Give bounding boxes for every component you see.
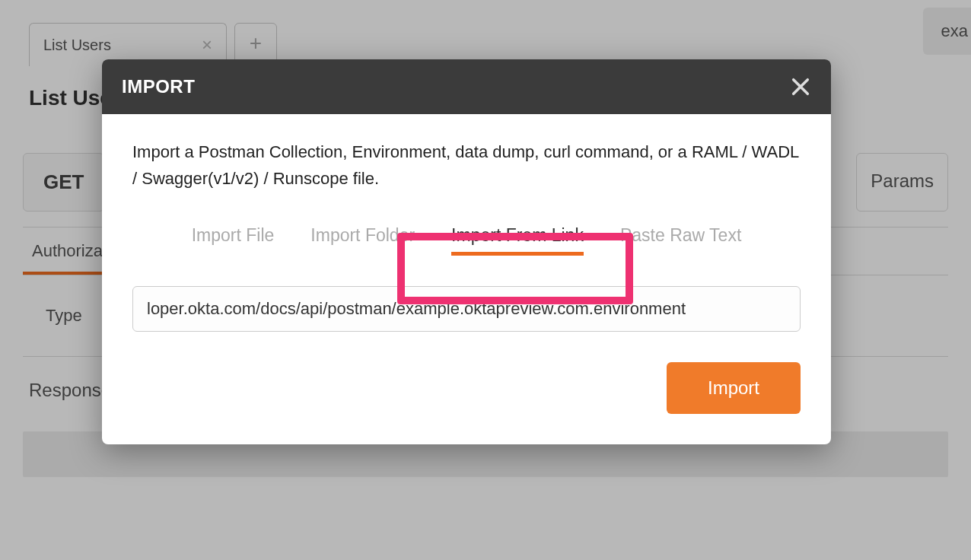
tab-import-file[interactable]: Import File [192,216,275,253]
import-button-row: Import [132,362,801,414]
tab-paste-raw-text[interactable]: Paste Raw Text [620,216,741,253]
import-button[interactable]: Import [667,362,801,414]
tab-import-folder[interactable]: Import Folder [310,216,415,253]
tab-import-from-link[interactable]: Import From Link [451,216,584,256]
close-modal-button[interactable] [790,76,811,97]
modal-description: Import a Postman Collection, Environment… [132,138,801,192]
close-icon [790,76,811,97]
import-tabs: Import File Import Folder Import From Li… [132,216,801,256]
import-modal: IMPORT Import a Postman Collection, Envi… [102,59,831,444]
modal-header: IMPORT [102,59,831,114]
import-url-input[interactable] [132,286,801,332]
modal-title: IMPORT [122,76,195,97]
modal-body: Import a Postman Collection, Environment… [102,114,831,444]
